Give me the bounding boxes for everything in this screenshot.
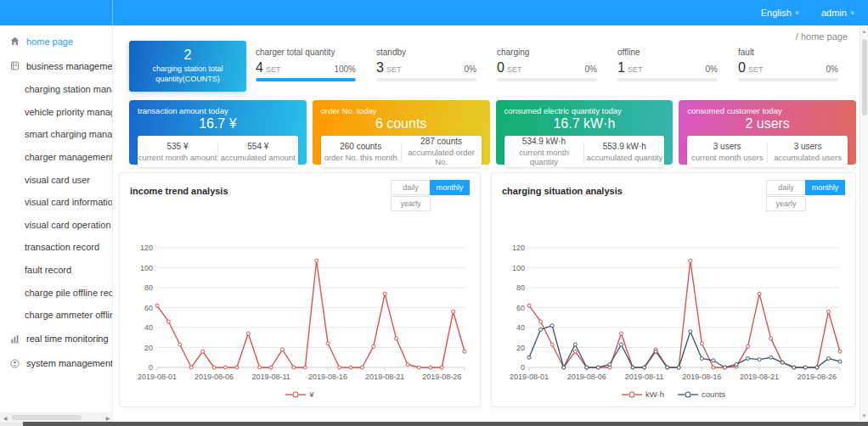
language-selector[interactable]: English ∨ xyxy=(761,8,799,18)
kpi-card-title: transaction amount today xyxy=(138,106,298,115)
svg-text:20: 20 xyxy=(144,344,153,352)
kpi-stat-value: 260 counts xyxy=(321,142,401,151)
legend-label: counts xyxy=(702,390,725,399)
stat-unit: SET xyxy=(628,65,643,74)
kpi-card-value: 2 users xyxy=(687,116,848,132)
income-trend-analysis-daily-button[interactable]: daily xyxy=(391,180,431,195)
sidebar-item-label: charge ammeter offline record xyxy=(25,310,113,320)
kpi-stat-label: accumulated amount xyxy=(218,153,298,162)
svg-text:2019-08-01: 2019-08-01 xyxy=(138,373,177,381)
sidebar-item-label: home page xyxy=(26,36,73,47)
sidebar-item-visual-card-user[interactable]: visual card user xyxy=(0,168,112,191)
sidebar-item-label: visual card operation record xyxy=(25,220,113,230)
stat-percent: 0% xyxy=(706,64,718,74)
total-stations-label: charging station total quantity(COUNTS) xyxy=(129,63,246,84)
stat-fault: fault0SET0% xyxy=(738,48,838,81)
stat-charger-total-quantity: charger total quantity4SET100% xyxy=(256,48,356,81)
scroll-left-icon[interactable]: ◀ xyxy=(0,415,10,421)
income-trend-analysis-range-toggle: dailymonthlyyearly xyxy=(391,180,471,211)
stat-standby: standby3SET0% xyxy=(376,48,476,81)
legend-item-kw-h[interactable]: kW·h xyxy=(622,390,664,399)
sidebar-item-visual-card-information[interactable]: visual card information xyxy=(0,191,112,214)
scrollbar-thumb[interactable] xyxy=(862,39,867,115)
income-trend-analysis-monthly-button[interactable]: monthly xyxy=(430,180,470,195)
sidebar-item-label: visual card information xyxy=(25,197,113,207)
sidebar-item-label: smart charging management xyxy=(25,129,113,139)
stat-label: charger total quantity xyxy=(256,48,356,57)
scrollbar-thumb[interactable] xyxy=(12,415,82,420)
user-circle-icon xyxy=(9,358,20,369)
kpi-stat-label: current month amount xyxy=(138,153,217,162)
svg-text:0: 0 xyxy=(521,363,525,372)
stat-label: offline xyxy=(617,48,718,57)
page-vertical-scrollbar[interactable]: ▲ ▼ xyxy=(860,25,868,422)
sidebar-item-charge-pile-offline-record[interactable]: charge pile offline record xyxy=(0,281,112,304)
stat-label: fault xyxy=(738,48,838,57)
home-icon xyxy=(9,36,20,47)
kpi-card-value: 16.7 kW·h xyxy=(504,116,665,132)
kpi-stat-label: current month quantity xyxy=(504,148,584,166)
user-label: admin xyxy=(821,8,847,18)
sidebar-item-label: charger management xyxy=(25,152,113,162)
income-trend-analysis-yearly-button[interactable]: yearly xyxy=(391,196,431,211)
legend-item-counts[interactable]: counts xyxy=(678,390,725,399)
income-trend-analysis-legend: ¥ xyxy=(120,390,480,399)
sidebar-item-label: transaction record xyxy=(25,242,99,252)
kpi-cards-row: transaction amount today16.7 ¥535 ¥curre… xyxy=(129,100,856,165)
charging-situation-analysis-daily-button[interactable]: daily xyxy=(766,180,806,195)
sidebar-item-charging-station-management[interactable]: charging station management xyxy=(0,78,112,101)
stat-value: 0 xyxy=(738,60,746,76)
svg-text:0: 0 xyxy=(149,363,153,372)
kpi-card-consumed-electric-quantity-today: consumed electric quantity today16.7 kW·… xyxy=(496,100,674,165)
legend-marker-icon xyxy=(678,390,698,399)
legend-marker-icon xyxy=(622,390,642,399)
sidebar-item-real-time-monitoring[interactable]: real time monitoring∨ xyxy=(0,327,112,351)
charging-situation-analysis-monthly-button[interactable]: monthly xyxy=(805,180,845,195)
sidebar-item-home-page[interactable]: home page xyxy=(0,29,112,53)
kpi-stat-value: 534.9 kW·h xyxy=(504,137,584,146)
income-trend-analysis-plot: 0204060801001202019-08-012019-08-062019-… xyxy=(127,239,475,389)
stat-line: 0SET0% xyxy=(738,60,838,76)
scroll-up-icon[interactable]: ▲ xyxy=(860,29,868,34)
sidebar-item-visual-card-operation-record[interactable]: visual card operation record xyxy=(0,214,112,237)
legend-item-[interactable]: ¥ xyxy=(285,390,313,399)
svg-text:40: 40 xyxy=(144,323,153,332)
breadcrumb: / home page xyxy=(796,31,848,42)
svg-text:20: 20 xyxy=(516,344,525,352)
kpi-card-left-stat: 534.9 kW·hcurrent month quantity xyxy=(504,137,584,166)
kpi-card-right-stat: 3 usersaccumulated users xyxy=(768,142,848,162)
svg-text:2019-08-06: 2019-08-06 xyxy=(194,373,234,381)
svg-text:2019-08-21: 2019-08-21 xyxy=(365,373,404,381)
stat-percent: 0% xyxy=(826,64,838,74)
kpi-card-order-no-today: order No. today6 counts260 countsorder N… xyxy=(313,100,490,165)
stat-percent: 0% xyxy=(585,64,597,74)
svg-text:120: 120 xyxy=(512,244,525,252)
kpi-stat-value: 535 ¥ xyxy=(138,142,217,151)
sidebar-item-business-management[interactable]: business management∧ xyxy=(0,53,112,78)
kpi-stat-value: 287 counts xyxy=(402,137,482,146)
sidebar-item-fault-record[interactable]: fault record xyxy=(0,259,112,282)
sidebar-item-charge-ammeter-offline-record[interactable]: charge ammeter offline record xyxy=(0,304,112,327)
svg-text:40: 40 xyxy=(516,323,525,332)
stat-percent: 100% xyxy=(334,64,356,74)
charging-situation-analysis-yearly-button[interactable]: yearly xyxy=(766,196,806,211)
sidebar-item-system-management[interactable]: system management∨ xyxy=(0,351,112,376)
svg-text:120: 120 xyxy=(140,244,153,252)
sidebar-item-smart-charging-management[interactable]: smart charging management xyxy=(0,123,112,146)
sidebar-item-transaction-record[interactable]: transaction record xyxy=(0,236,112,259)
kpi-stat-value: 3 users xyxy=(768,142,848,151)
svg-text:80: 80 xyxy=(144,283,153,292)
stat-unit: SET xyxy=(386,65,402,74)
scroll-right-icon[interactable]: ▶ xyxy=(103,415,113,421)
sidebar-item-charger-management[interactable]: charger management xyxy=(0,146,112,169)
sidebar-item-vehicle-priority-management[interactable]: vehicle priority management xyxy=(0,101,112,124)
chart-title: charging situation analysis xyxy=(502,186,623,196)
scroll-down-icon[interactable]: ▼ xyxy=(860,413,868,418)
kpi-card-left-stat: 3 userscurrent month users xyxy=(687,142,767,162)
scrollbar-track xyxy=(10,415,103,420)
user-menu[interactable]: admin ∨ xyxy=(821,8,854,18)
bar-chart-icon xyxy=(9,334,20,345)
svg-text:2019-08-01: 2019-08-01 xyxy=(510,373,549,381)
stat-percent: 0% xyxy=(465,64,476,74)
chevron-down-icon: ∨ xyxy=(795,9,799,16)
